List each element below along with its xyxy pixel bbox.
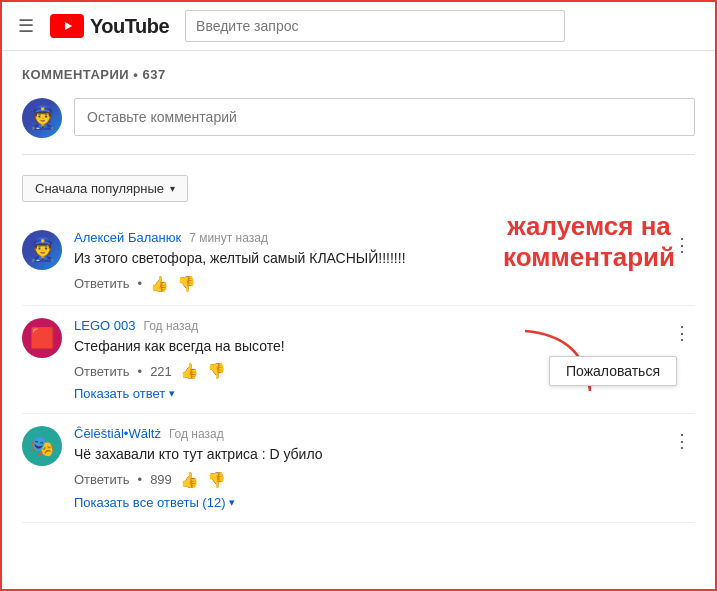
comment-body: Ĉēlēštiāl•Wāltż Год назад Чё захавали кт…	[74, 426, 695, 510]
reply-button[interactable]: Ответить	[74, 472, 130, 487]
reply-button[interactable]: Ответить	[74, 364, 130, 379]
reply-button[interactable]: Ответить	[74, 276, 130, 291]
show-replies-label: Показать все ответы (12)	[74, 495, 225, 510]
logo-text: YouTube	[90, 15, 169, 38]
comment-avatar-image	[22, 318, 62, 358]
comment-header: Ĉēlēštiāl•Wāltż Год назад	[74, 426, 695, 441]
comment-text: Из этого светофора, желтый самый КЛАСНЫЙ…	[74, 249, 695, 269]
comment-actions: Ответить • 899 👍 👎	[74, 471, 695, 489]
comment-author[interactable]: Ĉēlēštiāl•Wāltż	[74, 426, 161, 441]
youtube-logo-icon	[50, 14, 84, 38]
comment-avatar-image	[22, 426, 62, 466]
main-content: КОММЕНТАРИИ • 637 Сначала популярные ▾ ж…	[2, 51, 715, 539]
three-dots-button[interactable]: ⋮	[669, 232, 695, 258]
comment-avatar-image	[22, 230, 62, 270]
comments-heading: КОММЕНТАРИИ • 637	[22, 67, 695, 82]
comment-time: Год назад	[143, 319, 198, 333]
sort-button[interactable]: Сначала популярные ▾	[22, 175, 188, 202]
comment-item: LEGO 003 Год назад Стефания как всегда н…	[22, 306, 695, 415]
user-avatar	[22, 98, 62, 138]
dislike-icon[interactable]: 👎	[207, 471, 226, 489]
like-count: 221	[150, 364, 172, 379]
like-icon[interactable]: 👍	[150, 275, 169, 293]
comment-item: Алексей Баланюк 7 минут назад Из этого с…	[22, 218, 695, 306]
three-dots-button[interactable]: ⋮	[669, 428, 695, 454]
comment-item: Ĉēlēštiāl•Wāltż Год назад Чё захавали кт…	[22, 414, 695, 523]
replies-chevron-icon: ▾	[169, 387, 175, 400]
show-replies-button[interactable]: Показать все ответы (12) ▾	[74, 495, 695, 510]
user-avatar-image	[22, 98, 62, 138]
logo-area[interactable]: YouTube	[50, 14, 169, 38]
comment-avatar	[22, 318, 62, 358]
comment-text: Стефания как всегда на высоте!	[74, 337, 695, 357]
comments-list: Алексей Баланюк 7 минут назад Из этого с…	[22, 218, 695, 523]
like-icon[interactable]: 👍	[180, 471, 199, 489]
sort-label: Сначала популярные	[35, 181, 164, 196]
search-input[interactable]	[185, 10, 565, 42]
new-comment-row	[22, 98, 695, 155]
show-replies-label: Показать ответ	[74, 386, 165, 401]
comment-author[interactable]: Алексей Баланюк	[74, 230, 181, 245]
comment-avatar	[22, 230, 62, 270]
menu-icon[interactable]: ☰	[18, 15, 34, 37]
comment-header: Алексей Баланюк 7 минут назад	[74, 230, 695, 245]
like-count: 899	[150, 472, 172, 487]
comment-input[interactable]	[74, 98, 695, 136]
comment-actions: Ответить • 👍 👎	[74, 275, 695, 293]
sort-arrow-icon: ▾	[170, 183, 175, 194]
like-icon[interactable]: 👍	[180, 362, 199, 380]
show-replies-button[interactable]: Показать ответ ▾	[74, 386, 695, 401]
report-popup[interactable]: Пожаловаться	[549, 356, 677, 386]
comment-author[interactable]: LEGO 003	[74, 318, 135, 333]
replies-chevron-icon: ▾	[229, 496, 235, 509]
dislike-icon[interactable]: 👎	[207, 362, 226, 380]
comment-header: LEGO 003 Год назад	[74, 318, 695, 333]
comment-text: Чё захавали кто тут актриса : D убило	[74, 445, 695, 465]
svg-marker-0	[65, 22, 72, 30]
three-dots-button[interactable]: ⋮	[669, 320, 695, 346]
header: ☰ YouTube	[2, 2, 715, 51]
sort-row: Сначала популярные ▾	[22, 175, 695, 202]
comment-time: 7 минут назад	[189, 231, 268, 245]
comment-body: Алексей Баланюк 7 минут назад Из этого с…	[74, 230, 695, 293]
comment-avatar	[22, 426, 62, 466]
comment-time: Год назад	[169, 427, 224, 441]
dislike-icon[interactable]: 👎	[177, 275, 196, 293]
